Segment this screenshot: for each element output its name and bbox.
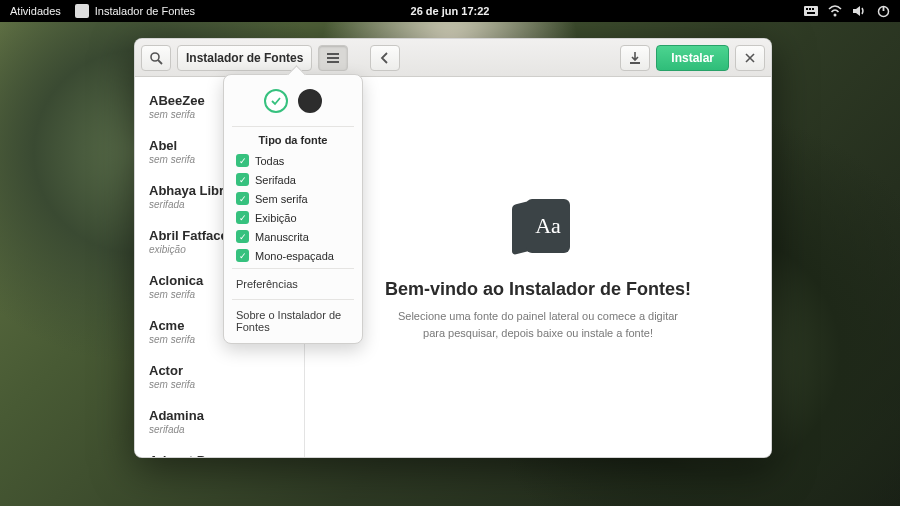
activities-button[interactable]: Atividades: [10, 5, 61, 17]
clock[interactable]: 26 de jun 17:22: [411, 5, 490, 17]
checkbox-checked-icon: ✓: [236, 173, 249, 186]
download-icon: [629, 51, 641, 65]
filter-label: Exibição: [255, 212, 297, 224]
font-name: Advent Pro: [149, 453, 290, 457]
filter-checkbox-row[interactable]: ✓Serifada: [224, 170, 362, 189]
hamburger-icon: [326, 52, 340, 64]
filter-heading: Tipo da fonte: [224, 130, 362, 151]
font-list-item[interactable]: Adaminaserifada: [135, 400, 304, 445]
network-icon[interactable]: [828, 4, 842, 18]
app-indicator-icon: [75, 4, 89, 18]
filter-label: Mono-espaçada: [255, 250, 334, 262]
checkbox-checked-icon: ✓: [236, 192, 249, 205]
welcome-pane: Aa Bem-vindo ao Instalador de Fontes! Se…: [305, 77, 771, 457]
svg-rect-2: [809, 8, 811, 10]
checkbox-checked-icon: ✓: [236, 230, 249, 243]
svg-rect-0: [804, 6, 818, 16]
filter-label: Todas: [255, 155, 284, 167]
filter-checkbox-row[interactable]: ✓Manuscrita: [224, 227, 362, 246]
header-bar: Instalador de Fontes Instalar: [135, 39, 771, 77]
power-icon[interactable]: [876, 4, 890, 18]
search-button[interactable]: [141, 45, 171, 71]
welcome-subtitle: Selecione uma fonte do painel lateral ou…: [388, 308, 688, 341]
font-category: sem serifa: [149, 379, 290, 390]
chevron-left-icon: [380, 52, 390, 64]
svg-rect-1: [806, 8, 808, 10]
check-icon: [271, 96, 281, 106]
welcome-title: Bem-vindo ao Instalador de Fontes!: [385, 279, 691, 300]
keyboard-layout-icon[interactable]: [804, 4, 818, 18]
font-list-item[interactable]: Advent Prosem serifa: [135, 445, 304, 457]
filter-checkbox-row[interactable]: ✓Mono-espaçada: [224, 246, 362, 265]
font-category: serifada: [149, 424, 290, 435]
filter-checkbox-row[interactable]: ✓Todas: [224, 151, 362, 170]
hamburger-menu-button[interactable]: [318, 45, 348, 71]
font-name: Actor: [149, 363, 290, 378]
font-name: Adamina: [149, 408, 290, 423]
checkbox-checked-icon: ✓: [236, 249, 249, 262]
svg-rect-3: [812, 8, 814, 10]
theme-dark-swatch[interactable]: [298, 89, 322, 113]
back-button[interactable]: [370, 45, 400, 71]
volume-icon[interactable]: [852, 4, 866, 18]
app-indicator-label[interactable]: Instalador de Fontes: [95, 5, 195, 17]
filter-label: Serifada: [255, 174, 296, 186]
filter-checkbox-row[interactable]: ✓Exibição: [224, 208, 362, 227]
download-button[interactable]: [620, 45, 650, 71]
font-list-item[interactable]: Actorsem serifa: [135, 355, 304, 400]
close-icon: [745, 53, 755, 63]
checkbox-checked-icon: ✓: [236, 154, 249, 167]
install-button[interactable]: Instalar: [656, 45, 729, 71]
svg-point-5: [834, 14, 837, 17]
svg-line-9: [158, 60, 162, 64]
desktop-top-bar: Atividades Instalador de Fontes 26 de ju…: [0, 0, 900, 22]
theme-light-swatch[interactable]: [264, 89, 288, 113]
app-logo-icon: Aa: [504, 193, 572, 261]
window-title: Instalador de Fontes: [177, 45, 312, 71]
checkbox-checked-icon: ✓: [236, 211, 249, 224]
svg-rect-4: [807, 12, 815, 14]
filter-checkbox-row[interactable]: ✓Sem serifa: [224, 189, 362, 208]
preferences-item[interactable]: Preferências: [224, 272, 362, 296]
window-close-button[interactable]: [735, 45, 765, 71]
svg-point-8: [151, 53, 159, 61]
filter-label: Sem serifa: [255, 193, 308, 205]
filter-label: Manuscrita: [255, 231, 309, 243]
hamburger-popover: Tipo da fonte ✓Todas✓Serifada✓Sem serifa…: [223, 74, 363, 344]
search-icon: [149, 51, 163, 65]
about-item[interactable]: Sobre o Instalador de Fontes: [224, 303, 362, 339]
